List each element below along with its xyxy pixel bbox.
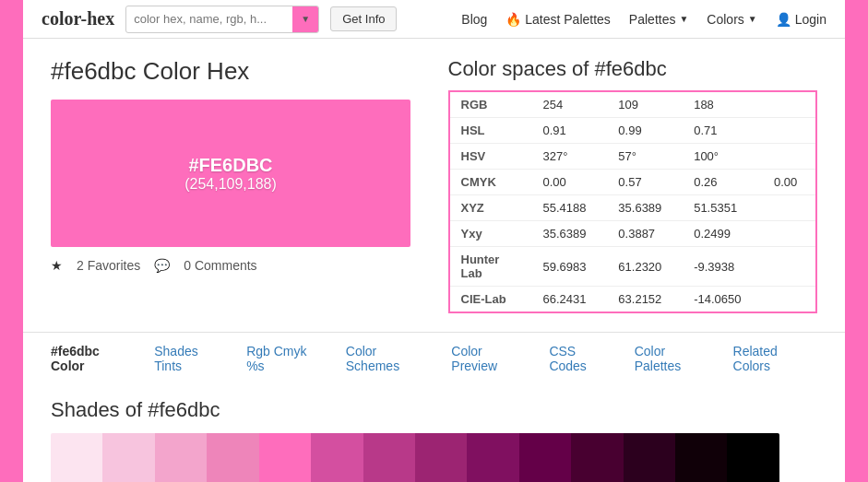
- nav-tab[interactable]: #fe6dbc Color: [51, 342, 136, 375]
- nav-tab[interactable]: CSS Codes: [549, 342, 615, 375]
- shades-bar: [51, 433, 779, 482]
- color-space-v3: 188: [683, 91, 763, 118]
- blog-link[interactable]: Blog: [461, 12, 487, 27]
- color-space-v2: 0.57: [607, 170, 683, 195]
- nav-tab[interactable]: Color Preview: [451, 342, 530, 375]
- color-space-v1: 66.2431: [532, 287, 608, 313]
- color-space-row: XYZ55.418835.638951.5351: [449, 195, 817, 221]
- color-space-v1: 0.91: [532, 118, 608, 144]
- shade-item[interactable]: [363, 433, 415, 482]
- color-space-v2: 0.3887: [607, 221, 683, 247]
- color-rgb-display: (254,109,188): [184, 176, 277, 193]
- shade-item[interactable]: [415, 433, 467, 482]
- color-preview-swatch[interactable]: ▼: [292, 6, 318, 32]
- color-space-label: XYZ: [449, 195, 532, 221]
- favorites-bar: ★ 2 Favorites 💬 0 Comments: [51, 258, 421, 273]
- colors-dropdown[interactable]: Colors ▼: [707, 12, 756, 27]
- color-space-v3: 0.26: [683, 170, 763, 195]
- nav-tab[interactable]: Rgb Cmyk %s: [246, 342, 327, 375]
- user-icon: 👤: [776, 12, 791, 27]
- color-space-v1: 59.6983: [532, 247, 608, 287]
- nav-tab[interactable]: Related Colors: [733, 342, 817, 375]
- color-space-v3: -14.0650: [683, 287, 763, 313]
- color-space-label: Yxy: [449, 221, 532, 247]
- color-space-v3: -9.3938: [683, 247, 763, 287]
- color-space-row: Yxy35.63890.38870.2499: [449, 221, 817, 247]
- shade-item[interactable]: [102, 433, 154, 482]
- shade-item[interactable]: [571, 433, 623, 482]
- color-space-v3: 100°: [683, 144, 763, 170]
- comments-count[interactable]: 0 Comments: [184, 258, 256, 273]
- color-title: #fe6dbc Color Hex: [51, 57, 421, 86]
- color-space-v2: 61.2320: [607, 247, 683, 287]
- color-space-label: HSV: [449, 144, 532, 170]
- color-space-row: CMYK0.000.570.260.00: [449, 170, 817, 195]
- shade-item[interactable]: [519, 433, 571, 482]
- latest-palettes-link[interactable]: 🔥 Latest Palettes: [505, 12, 611, 27]
- main-content: #fe6dbc Color Hex #FE6DBC (254,109,188) …: [23, 39, 845, 332]
- nav-tab[interactable]: Color Schemes: [346, 342, 434, 375]
- side-bar-right: [845, 0, 868, 482]
- color-space-v1: 0.00: [532, 170, 608, 195]
- color-space-row: HSV327°57°100°: [449, 144, 817, 170]
- left-section: #fe6dbc Color Hex #FE6DBC (254,109,188) …: [51, 57, 421, 313]
- color-space-v2: 35.6389: [607, 195, 683, 221]
- color-spaces-table: RGB254109188HSL0.910.990.71HSV327°57°100…: [448, 90, 818, 313]
- color-space-v2: 63.2152: [607, 287, 683, 313]
- shade-item[interactable]: [467, 433, 518, 482]
- dropdown-arrow-icon: ▼: [301, 14, 310, 24]
- shade-item[interactable]: [727, 433, 779, 482]
- shade-item[interactable]: [51, 433, 102, 482]
- color-space-label: HSL: [449, 118, 532, 144]
- login-link[interactable]: 👤 Login: [776, 12, 826, 27]
- color-space-v2: 109: [607, 91, 683, 118]
- nav-tab[interactable]: Shades Tints: [154, 342, 228, 375]
- color-space-label: CMYK: [449, 170, 532, 195]
- color-space-row: CIE-Lab66.243163.2152-14.0650: [449, 287, 817, 313]
- color-space-v1: 327°: [532, 144, 608, 170]
- color-space-v1: 35.6389: [532, 221, 608, 247]
- favorites-count[interactable]: 2 Favorites: [77, 258, 140, 273]
- fire-icon: 🔥: [505, 12, 521, 27]
- color-space-v2: 57°: [607, 144, 683, 170]
- color-space-v3: 0.71: [683, 118, 763, 144]
- shades-section: Shades of #fe6dbc: [23, 384, 845, 482]
- palettes-arrow-icon: ▼: [679, 14, 688, 24]
- color-spaces-title: Color spaces of #fe6dbc: [448, 57, 818, 81]
- color-space-label: RGB: [449, 91, 532, 118]
- color-space-v1: 254: [532, 91, 608, 118]
- shade-item[interactable]: [675, 433, 727, 482]
- color-space-row: Hunter Lab59.698361.2320-9.3938: [449, 247, 817, 287]
- shade-item[interactable]: [311, 433, 363, 482]
- palettes-dropdown[interactable]: Palettes ▼: [629, 12, 689, 27]
- star-icon: ★: [51, 258, 63, 273]
- header: color-hex ▼ Get Info Blog 🔥 Latest Palet…: [23, 0, 845, 39]
- colors-arrow-icon: ▼: [748, 14, 757, 24]
- shade-item[interactable]: [155, 433, 207, 482]
- color-space-v1: 55.4188: [532, 195, 608, 221]
- color-space-label: Hunter Lab: [449, 247, 532, 287]
- site-logo[interactable]: color-hex: [42, 8, 114, 29]
- shade-item[interactable]: [259, 433, 311, 482]
- color-space-v4: 0.00: [763, 170, 816, 195]
- color-space-v3: 0.2499: [683, 221, 763, 247]
- side-bar-left: [0, 0, 23, 482]
- header-nav: Blog 🔥 Latest Palettes Palettes ▼ Colors…: [461, 12, 826, 27]
- get-info-button[interactable]: Get Info: [330, 6, 397, 31]
- nav-tabs: #fe6dbc ColorShades TintsRgb Cmyk %sColo…: [23, 332, 845, 384]
- color-swatch: #FE6DBC (254,109,188): [51, 100, 410, 247]
- color-space-row: HSL0.910.990.71: [449, 118, 817, 144]
- nav-tab[interactable]: Color Palettes: [635, 342, 715, 375]
- search-input[interactable]: [126, 7, 292, 30]
- shades-title: Shades of #fe6dbc: [51, 398, 817, 422]
- color-space-label: CIE-Lab: [449, 287, 532, 313]
- color-space-v3: 51.5351: [683, 195, 763, 221]
- shade-item[interactable]: [207, 433, 258, 482]
- color-space-v2: 0.99: [607, 118, 683, 144]
- right-section: Color spaces of #fe6dbc RGB254109188HSL0…: [448, 57, 818, 313]
- search-wrapper: ▼: [125, 6, 319, 33]
- color-hex-display: #FE6DBC: [188, 155, 272, 176]
- color-space-row: RGB254109188: [449, 91, 817, 118]
- shade-item[interactable]: [624, 433, 675, 482]
- comment-icon: 💬: [154, 258, 170, 273]
